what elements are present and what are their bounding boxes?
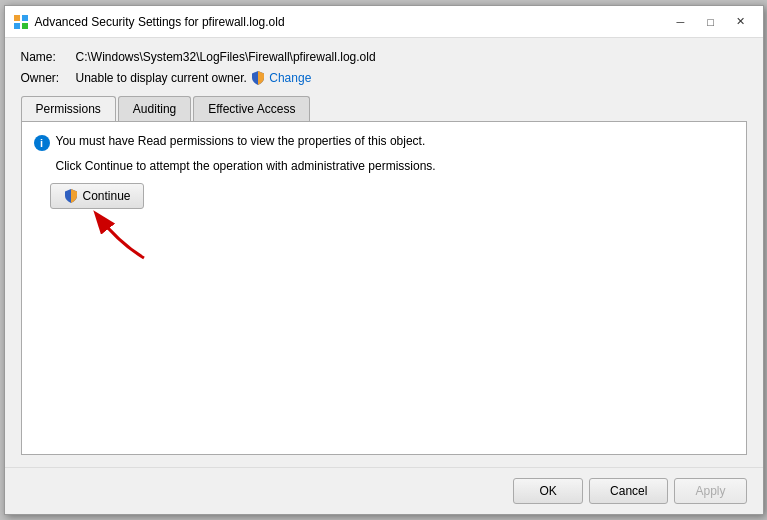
continue-button[interactable]: Continue bbox=[50, 183, 144, 209]
info-message: You must have Read permissions to view t… bbox=[56, 134, 426, 148]
tab-effective-access[interactable]: Effective Access bbox=[193, 96, 310, 121]
info-icon: i bbox=[34, 135, 50, 151]
tab-permissions[interactable]: Permissions bbox=[21, 96, 116, 121]
name-row: Name: C:\Windows\System32\LogFiles\Firew… bbox=[21, 50, 747, 64]
name-label: Name: bbox=[21, 50, 76, 64]
main-window: Advanced Security Settings for pfirewall… bbox=[4, 5, 764, 515]
tabs-container: Permissions Auditing Effective Access bbox=[21, 96, 747, 121]
ok-button[interactable]: OK bbox=[513, 478, 583, 504]
owner-value: Unable to display current owner. bbox=[76, 71, 247, 85]
change-label: Change bbox=[269, 71, 311, 85]
click-continue-text: Click Continue to attempt the operation … bbox=[56, 159, 734, 173]
bottom-buttons: OK Cancel Apply bbox=[5, 467, 763, 514]
continue-area: Continue bbox=[34, 183, 734, 209]
close-button[interactable]: ✕ bbox=[727, 10, 755, 34]
owner-label: Owner: bbox=[21, 71, 76, 85]
window-icon bbox=[13, 14, 29, 30]
svg-rect-0 bbox=[14, 15, 20, 21]
window-controls: ─ □ ✕ bbox=[667, 10, 755, 34]
info-box: i You must have Read permissions to view… bbox=[34, 134, 734, 151]
tab-auditing[interactable]: Auditing bbox=[118, 96, 191, 121]
cancel-button[interactable]: Cancel bbox=[589, 478, 668, 504]
shield-uac-icon bbox=[250, 70, 266, 86]
change-link[interactable]: Change bbox=[250, 70, 311, 86]
continue-shield-icon bbox=[63, 188, 79, 204]
name-value: C:\Windows\System32\LogFiles\Firewall\pf… bbox=[76, 50, 376, 64]
title-bar: Advanced Security Settings for pfirewall… bbox=[5, 6, 763, 38]
svg-rect-1 bbox=[22, 15, 28, 21]
svg-rect-2 bbox=[14, 23, 20, 29]
main-content: Name: C:\Windows\System32\LogFiles\Firew… bbox=[5, 38, 763, 467]
svg-rect-3 bbox=[22, 23, 28, 29]
red-arrow bbox=[89, 203, 149, 263]
apply-button[interactable]: Apply bbox=[674, 478, 746, 504]
tab-content: i You must have Read permissions to view… bbox=[21, 121, 747, 455]
minimize-button[interactable]: ─ bbox=[667, 10, 695, 34]
window-title: Advanced Security Settings for pfirewall… bbox=[35, 15, 667, 29]
maximize-button[interactable]: □ bbox=[697, 10, 725, 34]
owner-row: Owner: Unable to display current owner. … bbox=[21, 70, 747, 86]
